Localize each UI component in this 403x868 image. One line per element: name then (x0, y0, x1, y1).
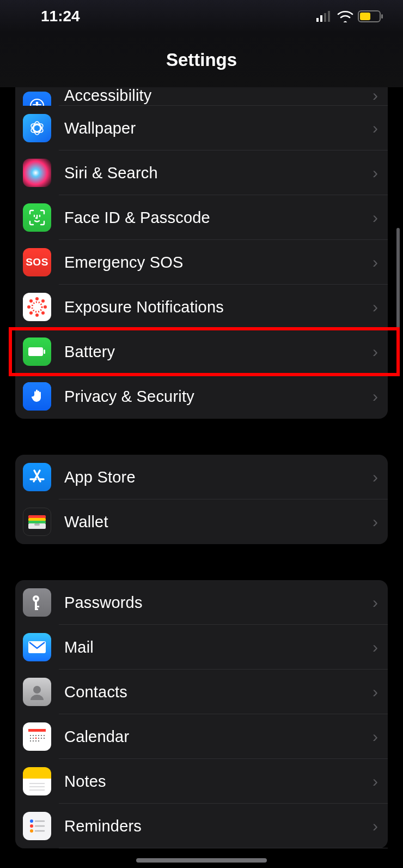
svg-rect-6 (381, 14, 383, 19)
settings-row-accessibility[interactable]: Accessibility › (15, 87, 388, 106)
faceid-icon (23, 203, 51, 232)
svg-rect-22 (28, 347, 43, 356)
row-label: Face ID & Passcode (64, 209, 373, 227)
settings-scroll[interactable]: Accessibility › Wallpaper › Siri & Searc… (0, 87, 403, 868)
row-label: Mail (64, 638, 373, 656)
svg-rect-3 (328, 11, 330, 22)
reminders-icon (23, 812, 51, 840)
chevron-right-icon: › (373, 593, 378, 612)
chevron-right-icon: › (373, 342, 378, 361)
row-label: Privacy & Security (64, 388, 373, 406)
home-indicator[interactable] (136, 858, 267, 863)
settings-row-wallpaper[interactable]: Wallpaper › (15, 106, 388, 150)
settings-row-mail[interactable]: Mail › (15, 625, 388, 670)
page-header: Settings (0, 33, 403, 87)
mail-icon (23, 633, 51, 661)
settings-row-appstore[interactable]: App Store › (15, 455, 388, 499)
svg-point-43 (35, 735, 36, 736)
row-label: Siri & Search (64, 164, 373, 182)
svg-rect-2 (324, 13, 326, 22)
status-time: 11:24 (41, 8, 80, 25)
svg-point-39 (33, 686, 41, 694)
settings-row-sos[interactable]: SOS Emergency SOS › (15, 240, 388, 285)
accessibility-icon (23, 92, 51, 106)
svg-point-42 (33, 735, 34, 736)
row-label: App Store (64, 468, 373, 486)
privacy-hand-icon (23, 382, 51, 411)
svg-point-51 (44, 738, 45, 739)
settings-row-notes[interactable]: Notes › (15, 759, 388, 804)
svg-point-60 (30, 819, 33, 823)
chevron-right-icon: › (373, 727, 378, 746)
row-label: Wallet (64, 513, 373, 531)
row-label: Calendar (64, 728, 373, 746)
scrollbar-thumb[interactable] (396, 228, 400, 359)
settings-row-contacts[interactable]: Contacts › (15, 670, 388, 714)
row-label: Passwords (64, 594, 373, 612)
exposure-icon (23, 293, 51, 321)
chevron-right-icon: › (373, 253, 378, 272)
settings-row-calendar[interactable]: Calendar › (15, 714, 388, 759)
svg-point-15 (35, 314, 39, 317)
chevron-right-icon: › (373, 468, 378, 486)
row-label: Emergency SOS (64, 254, 373, 272)
wallet-icon (23, 508, 51, 536)
svg-point-21 (41, 311, 45, 315)
svg-point-47 (30, 738, 31, 739)
settings-group-general: Accessibility › Wallpaper › Siri & Searc… (15, 87, 388, 419)
settings-row-reminders[interactable]: Reminders › (15, 804, 388, 848)
svg-point-55 (38, 740, 39, 742)
chevron-right-icon: › (373, 208, 378, 227)
svg-rect-1 (320, 15, 322, 22)
settings-row-passwords[interactable]: Passwords › (15, 580, 388, 625)
svg-point-48 (33, 738, 34, 739)
svg-point-18 (29, 299, 33, 303)
battery-app-icon (23, 337, 51, 366)
chevron-right-icon: › (373, 164, 378, 182)
chevron-right-icon: › (373, 683, 378, 701)
chevron-right-icon: › (373, 513, 378, 531)
contacts-icon (23, 678, 51, 706)
svg-point-20 (29, 311, 33, 315)
svg-rect-36 (35, 606, 39, 607)
page-title: Settings (166, 50, 237, 70)
settings-group-store: App Store › Wallet › (15, 455, 388, 544)
passwords-icon (23, 588, 51, 617)
svg-point-53 (33, 740, 34, 742)
svg-point-8 (36, 102, 39, 105)
svg-point-41 (30, 735, 31, 736)
row-label: Contacts (64, 683, 373, 701)
svg-point-44 (38, 735, 39, 736)
settings-row-faceid[interactable]: Face ID & Passcode › (15, 195, 388, 240)
chevron-right-icon: › (373, 772, 378, 791)
settings-group-apps: Passwords › Mail › Contacts › Calendar (15, 580, 388, 848)
appstore-icon (23, 463, 51, 491)
chevron-right-icon: › (373, 87, 378, 105)
svg-rect-23 (44, 349, 45, 354)
svg-point-34 (35, 598, 38, 600)
svg-point-52 (30, 740, 31, 742)
settings-row-privacy[interactable]: Privacy & Security › (15, 374, 388, 419)
svg-point-16 (27, 305, 30, 309)
chevron-right-icon: › (373, 817, 378, 835)
svg-point-14 (35, 297, 39, 300)
sos-icon: SOS (23, 248, 51, 276)
settings-row-wallet[interactable]: Wallet › (15, 499, 388, 544)
wallpaper-icon (23, 114, 51, 142)
battery-icon (358, 10, 384, 22)
settings-row-battery[interactable]: Battery › (15, 329, 388, 374)
row-label: Accessibility (64, 87, 373, 105)
svg-point-50 (41, 738, 42, 739)
chevron-right-icon: › (373, 298, 378, 316)
chevron-right-icon: › (373, 119, 378, 137)
chevron-right-icon: › (373, 638, 378, 656)
svg-point-13 (32, 302, 42, 312)
svg-point-62 (30, 829, 33, 833)
cell-signal-icon (316, 11, 333, 22)
settings-row-siri[interactable]: Siri & Search › (15, 150, 388, 195)
svg-point-46 (44, 735, 45, 736)
settings-row-exposure[interactable]: Exposure Notifications › (15, 285, 388, 329)
svg-point-19 (41, 299, 45, 303)
svg-point-45 (41, 735, 42, 736)
svg-rect-32 (34, 523, 40, 526)
